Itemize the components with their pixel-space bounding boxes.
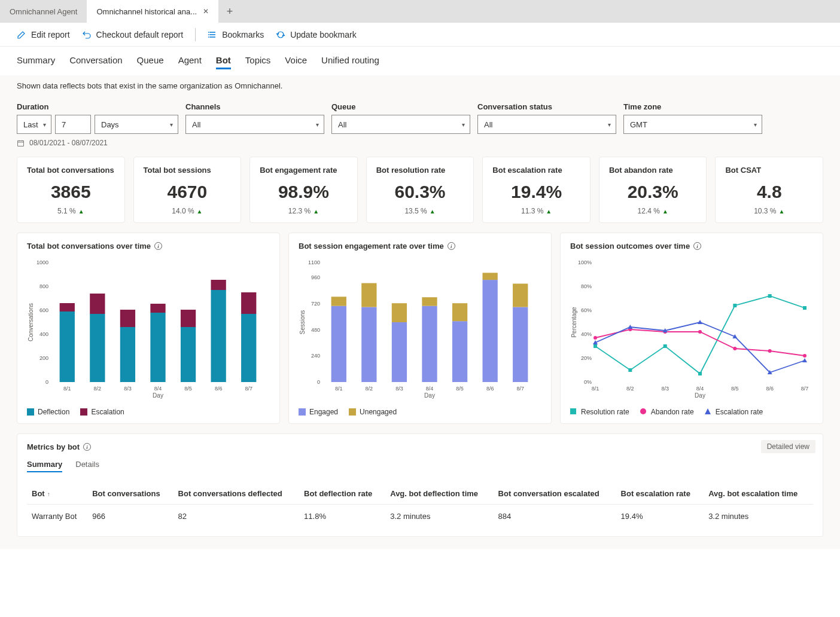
svg-text:480: 480 — [311, 327, 320, 333]
up-arrow-icon: ▲ — [430, 208, 436, 215]
svg-text:0: 0 — [317, 379, 320, 385]
edit-report-button[interactable]: Edit report — [17, 30, 70, 39]
table-header[interactable]: Bot deflection rate — [299, 483, 385, 505]
svg-rect-45 — [422, 306, 437, 382]
svg-rect-8 — [60, 303, 75, 311]
tab-agent[interactable]: Agent — [178, 55, 202, 69]
table-header[interactable]: Bot conversation escalated — [494, 483, 616, 505]
kpi-delta: 12.3 %▲ — [260, 207, 348, 215]
svg-rect-16 — [150, 313, 165, 382]
table-row[interactable]: Warranty Bot9668211.8%3.2 minutes88419.4… — [27, 505, 813, 529]
svg-rect-19 — [181, 327, 196, 382]
svg-rect-73 — [628, 368, 632, 372]
checkout-report-button[interactable]: Checkout default report — [82, 30, 184, 39]
legend-item[interactable]: Resolution rate — [570, 408, 629, 416]
svg-point-84 — [768, 349, 772, 353]
status-select[interactable]: All▾ — [477, 115, 616, 134]
tab-bot[interactable]: Bot — [216, 55, 231, 69]
duration-count-input[interactable]: 7 — [55, 115, 91, 134]
new-tab-button[interactable]: + — [218, 0, 241, 23]
up-arrow-icon: ▲ — [197, 208, 203, 215]
svg-text:8/3: 8/3 — [124, 386, 132, 392]
svg-rect-49 — [452, 303, 467, 321]
kpi-delta: 5.1 %▲ — [27, 207, 115, 215]
filter-label-duration: Duration — [17, 102, 178, 111]
kpi-title: Bot CSAT — [725, 166, 813, 175]
kpi-delta: 12.4 %▲ — [609, 207, 697, 215]
tab-summary[interactable]: Summary — [17, 55, 55, 69]
svg-text:60%: 60% — [581, 307, 592, 313]
table-header[interactable]: Avg. bot escalation time — [704, 483, 813, 505]
kpi-card: Total bot sessions 4670 14.0 %▲ — [133, 157, 242, 223]
calendar-icon — [17, 139, 25, 147]
queue-select[interactable]: All▾ — [331, 115, 470, 134]
svg-text:8/6: 8/6 — [215, 386, 223, 392]
svg-point-79 — [594, 336, 597, 340]
svg-text:400: 400 — [39, 331, 48, 337]
kpi-title: Bot engagement rate — [260, 166, 348, 175]
svg-rect-75 — [698, 372, 702, 375]
legend-item[interactable]: Escalation rate — [705, 408, 763, 416]
detailed-view-button[interactable]: Detailed view — [761, 440, 815, 453]
sub-tab-details[interactable]: Details — [75, 460, 99, 472]
table-header[interactable]: Bot↑ — [27, 483, 87, 505]
kpi-delta: 10.3 %▲ — [725, 207, 813, 215]
table-header[interactable]: Bot escalation rate — [616, 483, 704, 505]
update-bookmark-button[interactable]: Update bookmark — [276, 30, 357, 39]
tab-historical-analytics[interactable]: Omnichannel historical ana... ✕ — [87, 0, 218, 23]
chart-legend: Resolution rateAbandon rateEscalation ra… — [570, 408, 813, 416]
svg-rect-52 — [483, 273, 498, 280]
duration-unit-select[interactable]: Days▾ — [95, 115, 178, 134]
info-icon[interactable]: i — [83, 443, 91, 451]
sort-asc-icon: ↑ — [47, 491, 50, 497]
svg-text:8/4: 8/4 — [696, 386, 704, 392]
svg-text:Day: Day — [153, 392, 163, 399]
svg-text:960: 960 — [311, 274, 320, 280]
svg-marker-97 — [705, 408, 711, 414]
tab-conversation[interactable]: Conversation — [69, 55, 122, 69]
kpi-value: 60.3% — [376, 182, 464, 202]
table-header[interactable]: Bot conversations — [87, 483, 173, 505]
bookmarks-button[interactable]: Bookmarks — [208, 30, 264, 39]
legend-item[interactable]: Escalation — [80, 408, 124, 416]
tab-unified-routing[interactable]: Unified routing — [321, 55, 379, 69]
kpi-value: 3865 — [27, 182, 115, 202]
tab-topics[interactable]: Topics — [245, 55, 271, 69]
filter-label-channels: Channels — [185, 102, 324, 111]
svg-text:240: 240 — [311, 353, 320, 359]
legend-item[interactable]: Abandon rate — [640, 408, 694, 416]
kpi-delta: 13.5 %▲ — [376, 207, 464, 215]
kpi-value: 98.9% — [260, 182, 348, 202]
info-icon[interactable]: i — [693, 242, 701, 250]
timezone-select[interactable]: GMT▾ — [623, 115, 762, 134]
svg-rect-37 — [331, 297, 346, 306]
filter-bar: Duration Last▾ 7 Days▾ Channels All▾ Que… — [17, 102, 823, 134]
kpi-card: Bot engagement rate 98.9% 12.3 %▲ — [249, 157, 358, 223]
legend-item[interactable]: Unengaged — [349, 408, 397, 416]
svg-rect-25 — [241, 314, 256, 382]
channels-select[interactable]: All▾ — [185, 115, 324, 134]
tab-voice[interactable]: Voice — [285, 55, 307, 69]
table-header[interactable]: Avg. bot deflection time — [385, 483, 493, 505]
svg-rect-23 — [211, 280, 226, 290]
legend-item[interactable]: Deflection — [27, 408, 69, 416]
legend-item[interactable]: Engaged — [299, 408, 338, 416]
tab-omnichannel-agent[interactable]: Omnichannel Agent — [0, 0, 87, 23]
svg-rect-40 — [361, 283, 376, 307]
duration-relative-select[interactable]: Last▾ — [17, 115, 51, 134]
tab-queue[interactable]: Queue — [137, 55, 164, 69]
svg-text:8/1: 8/1 — [63, 386, 71, 392]
info-icon[interactable]: i — [448, 242, 455, 250]
date-range-display: 08/01/2021 - 08/07/2021 — [17, 139, 823, 147]
svg-text:600: 600 — [39, 307, 48, 313]
svg-rect-17 — [150, 304, 165, 313]
kpi-delta: 11.3 %▲ — [492, 207, 580, 215]
bar-chart: 024048072096011008/18/28/38/48/58/68/7Da… — [299, 256, 541, 400]
sub-tab-summary[interactable]: Summary — [27, 460, 62, 472]
info-icon[interactable]: i — [154, 242, 162, 250]
svg-text:Percentage: Percentage — [571, 307, 577, 338]
svg-rect-46 — [422, 297, 437, 306]
svg-text:8/5: 8/5 — [456, 386, 464, 392]
close-icon[interactable]: ✕ — [203, 7, 209, 16]
table-header[interactable]: Bot conversations deflected — [174, 483, 300, 505]
